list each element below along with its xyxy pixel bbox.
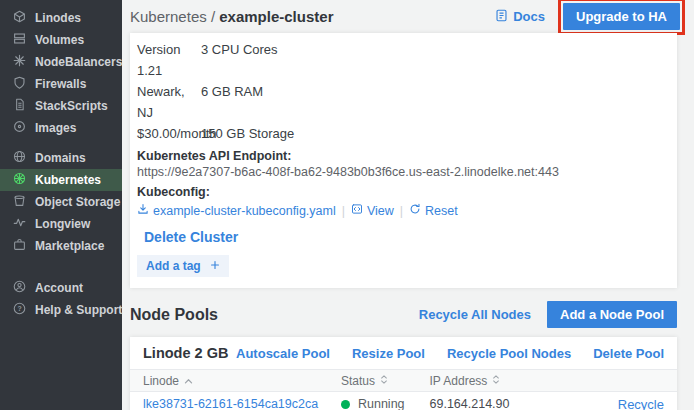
- breadcrumb-section[interactable]: Kubernetes: [130, 8, 207, 25]
- node-link[interactable]: lke38731-62161-6154ca19c2ca: [143, 397, 341, 410]
- images-icon: [13, 120, 26, 136]
- firewalls-icon: [13, 76, 26, 92]
- sidebar-item-nodebalancers[interactable]: NodeBalancers: [0, 51, 122, 73]
- sidebar-item-firewalls[interactable]: Firewalls: [0, 73, 122, 95]
- api-endpoint-url: https://9e2a7307-b6ac-408f-ba62-9483b0b3…: [137, 165, 665, 180]
- sidebar-item-longview[interactable]: Longview: [0, 213, 122, 235]
- view-icon: [351, 203, 363, 218]
- kubeconfig-label: Kubeconfig:: [137, 185, 665, 199]
- sidebar-item-label: StackScripts: [35, 99, 108, 113]
- sidebar-item-object-storage[interactable]: Object Storage: [0, 191, 122, 213]
- domains-icon: [13, 150, 26, 166]
- docs-label: Docs: [513, 9, 545, 24]
- table-row: lke38731-62161-6154ca19c2ca Running 69.1…: [130, 392, 677, 410]
- sidebar-item-domains[interactable]: Domains: [0, 147, 122, 169]
- sidebar-item-label: NodeBalancers: [35, 55, 122, 69]
- column-label: IP Address: [430, 374, 488, 388]
- cluster-version: Version 1.21: [137, 39, 201, 81]
- sort-ascending-icon: [184, 374, 193, 388]
- status-label: Running: [358, 397, 405, 410]
- status-running-dot: [341, 400, 350, 409]
- sort-both-icon: [492, 374, 500, 388]
- sidebar-item-images[interactable]: Images: [0, 117, 122, 139]
- breadcrumb-separator: /: [211, 8, 215, 25]
- volumes-icon: [13, 32, 26, 48]
- help-icon: ?: [13, 302, 26, 318]
- reset-icon: [409, 203, 421, 218]
- docs-link[interactable]: Docs: [495, 9, 545, 25]
- cluster-region: Newark, NJ: [137, 81, 201, 123]
- divider: |: [400, 204, 403, 218]
- recycle-pool-nodes-button[interactable]: Recycle Pool Nodes: [447, 346, 571, 361]
- sidebar-item-volumes[interactable]: Volumes: [0, 29, 122, 51]
- sidebar-item-label: Volumes: [35, 33, 84, 47]
- stackscripts-icon: [13, 98, 26, 114]
- kubernetes-icon: [13, 172, 26, 188]
- sidebar-item-kubernetes[interactable]: Kubernetes: [0, 169, 122, 191]
- node-pools-title: Node Pools: [130, 306, 218, 324]
- linodes-icon: [13, 10, 26, 26]
- nodebalancers-icon: [13, 54, 26, 70]
- column-header-linode[interactable]: Linode: [143, 374, 341, 388]
- sidebar-item-label: Account: [35, 281, 83, 295]
- docs-icon: [495, 9, 508, 25]
- sort-both-icon: [380, 374, 388, 388]
- kubeconfig-download-link[interactable]: example-cluster-kubeconfig.yaml: [137, 203, 336, 218]
- kubeconfig-reset-link[interactable]: Reset: [409, 203, 458, 218]
- pool-name: Linode 2 GB: [143, 345, 228, 361]
- autoscale-pool-button[interactable]: Autoscale Pool: [236, 346, 330, 361]
- plus-icon: [210, 259, 220, 273]
- breadcrumb: Kubernetes / example-cluster: [130, 8, 333, 25]
- kubeconfig-actions: example-cluster-kubeconfig.yaml | View |…: [137, 203, 665, 218]
- status-cell: Running: [341, 397, 430, 410]
- cluster-price: $30.00/month: [137, 123, 201, 144]
- sidebar-group-gap: [0, 139, 122, 147]
- sidebar-item-account[interactable]: Account: [0, 277, 122, 299]
- sidebar-item-linodes[interactable]: Linodes: [0, 7, 122, 29]
- delete-pool-button[interactable]: Delete Pool: [593, 346, 664, 361]
- sidebar-item-label: Longview: [35, 217, 90, 231]
- column-label: Status: [341, 374, 375, 388]
- annotation-highlight-box: Upgrade to HA: [558, 0, 685, 35]
- sidebar-item-label: Images: [35, 121, 76, 135]
- spec-row: Version 1.21 3 CPU Cores: [137, 39, 665, 81]
- sidebar-item-help-support[interactable]: ? Help & Support: [0, 299, 122, 321]
- spec-row: Newark, NJ 6 GB RAM: [137, 81, 665, 123]
- recycle-node-button[interactable]: Recycle: [618, 397, 664, 410]
- sidebar-item-stackscripts[interactable]: StackScripts: [0, 95, 122, 117]
- breadcrumb-current: example-cluster: [219, 8, 333, 25]
- kubeconfig-view-link[interactable]: View: [351, 203, 394, 218]
- spec-row: $30.00/month 150 GB Storage: [137, 123, 665, 144]
- sidebar-item-label: Domains: [35, 151, 86, 165]
- column-header-status[interactable]: Status: [341, 374, 430, 388]
- cluster-summary-card: Version 1.21 3 CPU Cores Newark, NJ 6 GB…: [130, 33, 677, 288]
- node-pool-card: Linode 2 GB Autoscale Pool Resize Pool R…: [130, 337, 677, 410]
- sidebar-group-gap: [0, 257, 122, 277]
- api-endpoint-label: Kubernetes API Endpoint:: [137, 149, 665, 163]
- account-icon: [13, 280, 26, 296]
- marketplace-icon: [13, 238, 26, 254]
- sidebar-item-label: Kubernetes: [35, 173, 101, 187]
- sidebar-item-label: Object Storage: [35, 195, 120, 209]
- recycle-all-nodes-button[interactable]: Recycle All Nodes: [419, 307, 531, 322]
- sidebar-item-label: Firewalls: [35, 77, 86, 91]
- divider: |: [342, 204, 345, 218]
- cluster-ram: 6 GB RAM: [201, 81, 263, 123]
- ip-address: 69.164.214.90: [430, 397, 576, 410]
- column-header-ip[interactable]: IP Address: [430, 374, 576, 388]
- column-label: Linode: [143, 374, 179, 388]
- node-pools-actions: Recycle All Nodes Add a Node Pool: [419, 301, 677, 328]
- object-storage-icon: [13, 194, 26, 210]
- pool-action-links: Autoscale Pool Resize Pool Recycle Pool …: [236, 346, 664, 361]
- sidebar-item-marketplace[interactable]: Marketplace: [0, 235, 122, 257]
- resize-pool-button[interactable]: Resize Pool: [352, 346, 425, 361]
- add-node-pool-button[interactable]: Add a Node Pool: [547, 301, 677, 328]
- view-label: View: [367, 204, 394, 218]
- upgrade-to-ha-button[interactable]: Upgrade to HA: [563, 3, 680, 30]
- add-tag-button[interactable]: Add a tag: [137, 255, 229, 277]
- header-actions: Docs Upgrade to HA: [495, 0, 685, 35]
- delete-cluster-button[interactable]: Delete Cluster: [144, 229, 665, 245]
- table-header: Linode Status IP Address: [130, 369, 677, 392]
- add-tag-label: Add a tag: [146, 259, 201, 273]
- main-content: Kubernetes / example-cluster Docs Upgrad…: [122, 0, 694, 410]
